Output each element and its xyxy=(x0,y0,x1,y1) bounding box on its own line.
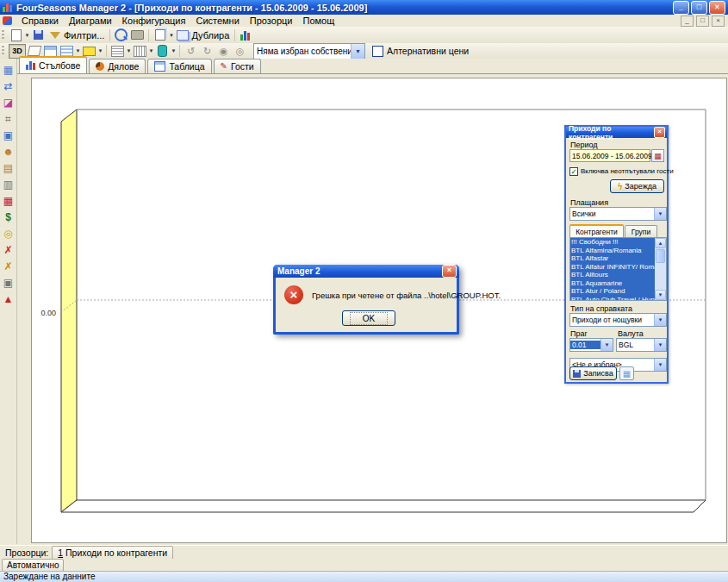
payments-combo-arrow-icon[interactable]: ▼ xyxy=(654,208,666,220)
list-item[interactable]: BTL Atur / Poland xyxy=(570,287,655,296)
report-window-icon[interactable]: ▣ xyxy=(2,276,16,290)
list-item[interactable]: BTL Alltours xyxy=(570,271,655,279)
series-style-button[interactable] xyxy=(155,45,170,58)
dialog-close-button[interactable]: × xyxy=(442,265,457,278)
currency-combo[interactable]: BGL ▼ xyxy=(616,338,667,352)
report-type-combo[interactable]: Приходи от нощувки ▼ xyxy=(569,313,667,327)
filters-label[interactable]: Филтри... xyxy=(64,30,104,41)
list-item[interactable]: BTL Alfamina/Romania xyxy=(570,247,655,255)
list-scrollbar[interactable]: ▲ ▼ xyxy=(655,238,666,300)
calculator-icon[interactable]: ⌗ xyxy=(2,112,16,126)
horizontal-grid-dropdown[interactable]: ▼ xyxy=(126,48,132,53)
list-item[interactable]: BTL Aquamarine xyxy=(570,279,655,288)
new-report-dropdown[interactable]: ▼ xyxy=(24,33,30,38)
print-button[interactable] xyxy=(130,28,145,41)
menu-pomosht[interactable]: Помощ xyxy=(297,15,339,27)
tab-dyalove[interactable]: Дялове xyxy=(89,59,146,73)
cancel-booking-icon[interactable]: ✗ xyxy=(2,243,16,257)
close-button[interactable]: × xyxy=(709,1,725,15)
saved-selection-combo-arrow-icon[interactable]: ▼ xyxy=(654,359,666,371)
duplicate-label[interactable]: Дублира xyxy=(191,30,229,41)
report-type-combo-arrow-icon[interactable]: ▼ xyxy=(654,314,666,326)
horizontal-grid-button[interactable] xyxy=(110,45,125,58)
list-item[interactable]: BTL Alfastar xyxy=(570,254,655,263)
ok-button[interactable]: OK xyxy=(342,310,395,326)
list-item[interactable]: BTL Auto Club Travel / Hunga xyxy=(570,296,655,302)
tab-stalbove[interactable]: Стълбове xyxy=(19,56,87,73)
manage-selections-button[interactable]: ▦ xyxy=(619,366,634,380)
application-window: FourSeasons Manager 2 - [Приходи по конт… xyxy=(0,0,728,582)
menu-spravki[interactable]: Справки xyxy=(16,15,64,27)
rooms-plan-icon[interactable]: ▦ xyxy=(2,63,16,77)
transfers-icon[interactable]: ⇄ xyxy=(2,79,16,93)
payments-combo[interactable]: Всички ▼ xyxy=(569,207,667,221)
tab-tablica[interactable]: Таблица xyxy=(147,59,211,73)
cancel-service-icon[interactable]: ✗ xyxy=(2,260,16,273)
series-style-dropdown[interactable]: ▼ xyxy=(171,48,177,53)
copy-dropdown[interactable]: ▼ xyxy=(168,33,174,38)
copy-button[interactable] xyxy=(152,28,167,41)
scroll-thumb[interactable] xyxy=(656,249,665,263)
chart-button[interactable] xyxy=(239,28,253,41)
guests-list-icon[interactable]: ☻ xyxy=(2,145,16,159)
calendar-button[interactable]: ▦ xyxy=(651,149,664,162)
minimize-button[interactable]: _ xyxy=(673,1,689,15)
threshold-combo-arrow-icon[interactable]: ▼ xyxy=(600,339,613,351)
include-guests-checkbox[interactable]: ✓ xyxy=(569,167,578,176)
panel-title-bar[interactable]: Приходи по контрагенти × xyxy=(566,127,667,138)
dialog-title-bar[interactable]: Manager 2 × xyxy=(273,265,459,278)
alt-prices-label[interactable]: Алтернативни цени xyxy=(387,46,469,56)
menu-diagrami[interactable]: Диаграми xyxy=(64,15,117,27)
menu-sistemni[interactable]: Системни xyxy=(190,15,244,27)
currency-combo-arrow-icon[interactable]: ▼ xyxy=(654,339,666,351)
automatic-button[interactable]: Автоматично xyxy=(2,559,64,572)
price-table-icon[interactable]: ▦ xyxy=(2,194,16,208)
marks-icon xyxy=(83,47,96,56)
save-selection-button[interactable]: Записва xyxy=(569,366,617,380)
filters-button[interactable] xyxy=(47,28,62,41)
contragents-list[interactable]: !!! Свободни !!! BTL Alfamina/Romania BT… xyxy=(569,237,667,301)
documents-icon[interactable]: ▤ xyxy=(2,161,16,175)
panel-tab-grupi[interactable]: Групи xyxy=(625,225,657,237)
statistics-icon[interactable]: ▲ xyxy=(2,292,16,306)
mdi-minimize-button[interactable]: _ xyxy=(681,16,694,27)
vertical-grid-dropdown[interactable]: ▼ xyxy=(148,48,154,53)
archive-icon[interactable]: ▥ xyxy=(2,178,16,191)
legend-dropdown[interactable]: ▼ xyxy=(75,48,81,53)
occupancy-chart-icon[interactable]: ◪ xyxy=(2,96,16,110)
vertical-grid-button[interactable] xyxy=(133,45,147,58)
panel-close-button[interactable]: × xyxy=(654,127,665,138)
report-menu-icon xyxy=(3,16,12,25)
mdi-close-button[interactable]: × xyxy=(712,16,725,27)
list-item[interactable]: BTL Alfatur INFINITY/ Romani xyxy=(570,263,655,272)
period-field[interactable]: 15.06.2009 - 15.06.2009 xyxy=(569,149,650,162)
restore-button[interactable]: □ xyxy=(691,1,707,15)
marks-dropdown[interactable]: ▼ xyxy=(97,48,103,53)
toolbar-grip[interactable] xyxy=(2,46,4,56)
list-item[interactable]: !!! Свободни !!! xyxy=(570,238,655,247)
owner-combo-arrow-icon[interactable]: ▼ xyxy=(351,44,364,59)
alt-prices-checkbox[interactable] xyxy=(372,46,383,57)
scroll-down-icon[interactable]: ▼ xyxy=(655,290,666,300)
export-window-icon[interactable]: ▣ xyxy=(2,128,16,142)
menu-prozorci[interactable]: Прозорци xyxy=(245,15,298,27)
coins-icon[interactable]: ◎ xyxy=(2,227,16,241)
payments-icon[interactable]: $ xyxy=(2,210,16,224)
panel-tab-kontragenti[interactable]: Контрагенти xyxy=(569,224,624,237)
load-button[interactable]: ϟ Зарежда xyxy=(610,179,664,193)
tab-gosti[interactable]: ✎ Гости xyxy=(214,59,261,73)
scroll-up-icon[interactable]: ▲ xyxy=(655,238,666,248)
save-button[interactable] xyxy=(31,28,46,41)
menu-konfiguracia[interactable]: Конфигурация xyxy=(117,15,191,27)
toolbar-grip[interactable] xyxy=(2,30,4,41)
mdi-restore-button[interactable]: □ xyxy=(696,16,709,27)
threshold-combo[interactable]: 0.01 ▼ xyxy=(569,338,613,352)
print-preview-button[interactable] xyxy=(114,28,128,41)
duplicate-button[interactable] xyxy=(175,28,190,41)
include-guests-label[interactable]: Включва неотпътували гости xyxy=(581,167,674,175)
window-tab-button[interactable]: 1 Приходи по контрагенти xyxy=(52,546,173,560)
new-report-button[interactable] xyxy=(9,28,23,41)
owner-combo[interactable]: Няма избран собственици ▼ xyxy=(253,43,365,59)
currency-combo-value: BGL xyxy=(617,341,654,349)
title-bar: FourSeasons Manager 2 - [Приходи по конт… xyxy=(0,0,728,15)
